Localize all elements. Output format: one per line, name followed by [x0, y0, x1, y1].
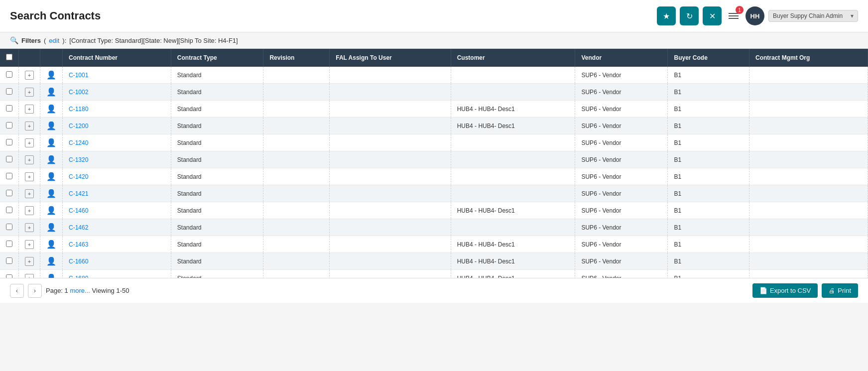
fal-cell: [330, 236, 451, 253]
star-button[interactable]: ★: [657, 6, 676, 25]
row-checkbox[interactable]: [6, 274, 12, 278]
footer-left: ‹ › Page: 1 more... Viewing 1-50: [10, 284, 129, 298]
revision-cell: [263, 185, 330, 202]
contract-number-link[interactable]: C-1680: [69, 275, 88, 278]
expand-cell: +: [19, 202, 40, 219]
row-checkbox[interactable]: [6, 156, 12, 162]
expand-button[interactable]: +: [25, 138, 34, 147]
expand-button[interactable]: +: [25, 122, 34, 130]
person-icon[interactable]: 👤: [46, 274, 56, 278]
export-csv-label: Export to CSV: [770, 287, 811, 294]
person-icon[interactable]: 👤: [46, 189, 56, 198]
fal-cell: [330, 151, 451, 168]
row-checkbox[interactable]: [6, 257, 12, 264]
contract-number-link[interactable]: C-1001: [69, 72, 88, 79]
contract-type-cell: Standard: [171, 151, 263, 168]
filters-bar: 🔍 Filters (edit): [Contract Type: Standa…: [0, 32, 868, 49]
table-scroll-area[interactable]: Contract Number Contract Type Revision F…: [0, 49, 868, 278]
contract-number-link[interactable]: C-1462: [69, 224, 88, 231]
person-icon[interactable]: 👤: [46, 240, 56, 248]
contract-type-cell: Standard: [171, 134, 263, 151]
select-all-checkbox[interactable]: [6, 54, 12, 60]
print-icon: 🖨: [829, 287, 835, 294]
person-icon[interactable]: 👤: [46, 138, 56, 147]
fal-cell: [330, 253, 451, 270]
expand-button[interactable]: +: [25, 71, 34, 80]
contract-number-cell: C-1320: [63, 151, 171, 168]
contract-mgmt-org-cell: [749, 168, 868, 185]
expand-cell: +: [19, 236, 40, 253]
filters-edit-link[interactable]: edit: [49, 37, 59, 44]
print-label: Print: [838, 287, 851, 294]
buyer-code-cell: B1: [668, 151, 749, 168]
row-checkbox[interactable]: [6, 207, 12, 213]
expand-cell: +: [19, 151, 40, 168]
contract-number-link[interactable]: C-1320: [69, 156, 88, 163]
contract-number-link[interactable]: C-1463: [69, 241, 88, 248]
row-checkbox[interactable]: [6, 88, 12, 95]
contract-number-link[interactable]: C-1002: [69, 89, 88, 96]
more-link[interactable]: more...: [70, 287, 90, 294]
col-contract-type: Contract Type: [171, 49, 263, 67]
person-icon[interactable]: 👤: [46, 155, 56, 164]
row-checkbox-cell: [0, 67, 19, 84]
table-row: +👤C-1460StandardHUB4 - HUB4- Desc1SUP6 -…: [0, 202, 868, 219]
close-button[interactable]: ✕: [703, 6, 722, 25]
col-contract-mgmt-org: Contract Mgmt Org: [749, 49, 868, 67]
customer-cell: [451, 168, 575, 185]
user-dropdown[interactable]: Buyer Suppy Chain Admin ▾: [768, 10, 858, 22]
customer-cell: HUB4 - HUB4- Desc1: [451, 236, 575, 253]
table-row: +👤C-1001StandardSUP6 - VendorB1: [0, 67, 868, 84]
expand-cell: +: [19, 118, 40, 134]
contract-number-link[interactable]: C-1421: [69, 190, 88, 197]
row-checkbox[interactable]: [6, 139, 12, 145]
expand-button[interactable]: +: [25, 155, 34, 164]
buyer-code-cell: B1: [668, 118, 749, 134]
expand-button[interactable]: +: [25, 274, 34, 278]
table-row: +👤C-1462StandardSUP6 - VendorB1: [0, 219, 868, 236]
export-csv-button[interactable]: 📄 Export to CSV: [752, 283, 818, 298]
expand-button[interactable]: +: [25, 105, 34, 114]
contract-number-link[interactable]: C-1460: [69, 207, 88, 214]
refresh-button[interactable]: ↻: [680, 6, 699, 25]
row-checkbox[interactable]: [6, 241, 12, 247]
expand-button[interactable]: +: [25, 189, 34, 198]
expand-button[interactable]: +: [25, 88, 34, 97]
contract-number-link[interactable]: C-1420: [69, 173, 88, 180]
table-wrapper: Contract Number Contract Type Revision F…: [0, 49, 868, 278]
row-checkbox[interactable]: [6, 173, 12, 179]
contract-number-link[interactable]: C-1240: [69, 139, 88, 146]
row-checkbox[interactable]: [6, 122, 12, 128]
row-checkbox[interactable]: [6, 190, 12, 196]
contract-number-link[interactable]: C-1660: [69, 258, 88, 265]
row-checkbox[interactable]: [6, 71, 12, 78]
prev-page-button[interactable]: ‹: [10, 284, 24, 298]
contract-number-link[interactable]: C-1200: [69, 123, 88, 129]
expand-button[interactable]: +: [25, 240, 34, 249]
expand-button[interactable]: +: [25, 206, 34, 215]
row-checkbox[interactable]: [6, 105, 12, 112]
page-title: Search Contracts: [10, 9, 101, 22]
contract-number-cell: C-1421: [63, 185, 171, 202]
person-icon[interactable]: 👤: [46, 122, 56, 130]
row-checkbox-cell: [0, 168, 19, 185]
row-checkbox[interactable]: [6, 224, 12, 230]
expand-button[interactable]: +: [25, 257, 34, 266]
person-icon[interactable]: 👤: [46, 206, 56, 215]
person-icon[interactable]: 👤: [46, 172, 56, 181]
contract-mgmt-org-cell: [749, 67, 868, 84]
notification-wrapper: 1: [726, 8, 742, 24]
person-icon[interactable]: 👤: [46, 223, 56, 232]
expand-button[interactable]: +: [25, 172, 34, 181]
contract-number-link[interactable]: C-1180: [69, 106, 88, 113]
person-icon[interactable]: 👤: [46, 71, 56, 79]
next-page-button[interactable]: ›: [28, 284, 42, 298]
person-icon[interactable]: 👤: [46, 105, 56, 113]
person-icon[interactable]: 👤: [46, 88, 56, 96]
expand-button[interactable]: +: [25, 223, 34, 232]
vendor-cell: SUP6 - Vendor: [575, 236, 668, 253]
print-button[interactable]: 🖨 Print: [822, 283, 858, 298]
fal-cell: [330, 168, 451, 185]
person-icon[interactable]: 👤: [46, 257, 56, 265]
col-expand: [19, 49, 40, 67]
